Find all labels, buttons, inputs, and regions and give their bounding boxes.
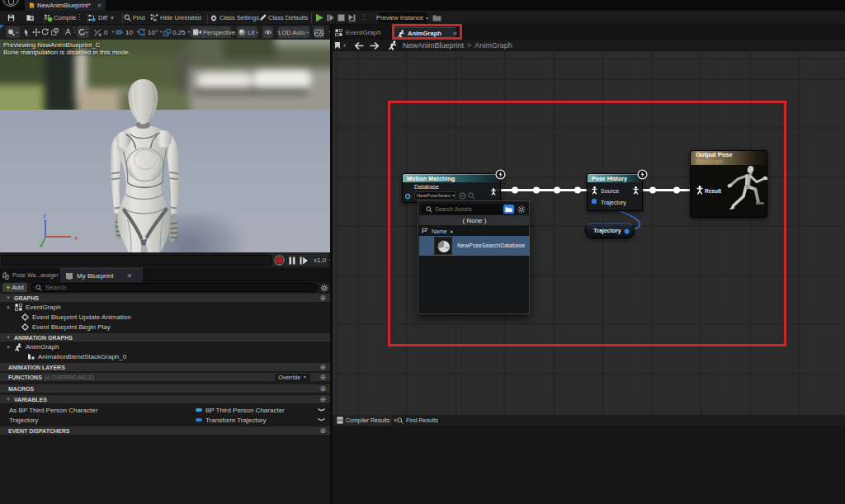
svg-text:x: x (74, 234, 78, 242)
svg-text:z: z (43, 212, 46, 219)
